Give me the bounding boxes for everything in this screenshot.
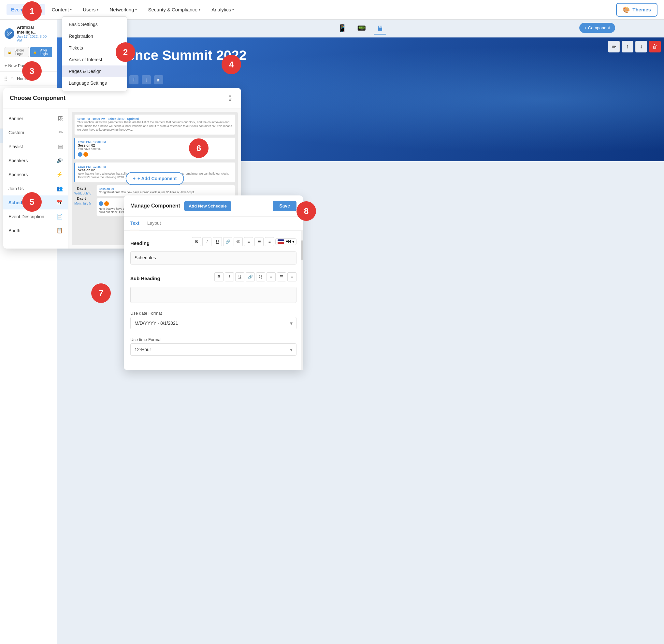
banner-toolbar: ✏ ↑ ↓ 🗑 — [608, 41, 661, 53]
sidebar-logo: 🕊 Artificial Intellige... Jan 17, 2022, … — [4, 25, 52, 44]
avatar-dot-1 — [78, 152, 82, 157]
sponsors-list-icon: ⚡ — [56, 171, 63, 178]
align-right-subheading[interactable]: ≡ — [287, 272, 296, 282]
heading-label: Heading — [130, 241, 149, 246]
themes-button[interactable]: 🎨 Themes — [616, 3, 658, 17]
delete-banner-button[interactable]: 🗑 — [649, 41, 661, 53]
before-login-button[interactable]: 🔒 Before Login — [4, 47, 29, 57]
save-component-button[interactable]: Save — [273, 201, 296, 211]
day5-date: Mon, July 5 — [74, 202, 91, 205]
join-us-list-icon: 👥 — [56, 185, 63, 191]
avatar-dot-4 — [104, 201, 109, 206]
underline-button-subheading[interactable]: U — [235, 272, 244, 282]
badge-8: 8 — [296, 201, 316, 221]
component-event-description[interactable]: Event Description 📄 — [3, 209, 68, 224]
manage-component-header: Manage Component Add New Schedule Save — [124, 195, 303, 216]
avatar-dot-2 — [83, 152, 88, 157]
desktop-device-icon[interactable]: 🖥 — [374, 23, 386, 35]
component-list: Banner 🖼 Custom ✏ Playlist ▤ Speakers 🔊 … — [3, 108, 68, 249]
scrollbar-thumb[interactable] — [301, 241, 303, 260]
align-center-subheading[interactable]: ☰ — [277, 272, 286, 282]
nav-content[interactable]: Content ▾ — [47, 4, 77, 15]
edit-banner-button[interactable]: ✏ — [608, 41, 620, 53]
banner-list-icon: 🖼 — [58, 116, 63, 122]
scrollbar[interactable] — [301, 231, 303, 370]
tab-text[interactable]: Text — [130, 216, 140, 230]
add-new-schedule-button[interactable]: Add New Schedule — [184, 201, 231, 211]
facebook-social-icon[interactable]: f — [129, 75, 139, 84]
mobile-device-icon[interactable]: 📱 — [335, 23, 349, 35]
component-playlist[interactable]: Playlist ▤ — [3, 140, 68, 153]
preview-time-1: 10:00 PM - 10:00 PM Schedule ID - Update… — [77, 117, 232, 121]
preview-desc-2: You have here to... — [78, 147, 232, 151]
nav-networking[interactable]: Networking ▾ — [105, 4, 141, 15]
users-arrow: ▾ — [97, 8, 98, 12]
tab-layout[interactable]: Layout — [147, 216, 161, 230]
preview-session09-desc: Congratulations! You now have a basic cl… — [99, 191, 233, 194]
lock-icon: 🔒 — [7, 50, 12, 54]
lang-label: EN — [285, 240, 291, 244]
linkedin-social-icon[interactable]: in — [154, 75, 163, 84]
content-arrow: ▾ — [70, 8, 72, 12]
dropdown-basic-settings[interactable]: Basic Settings — [62, 19, 127, 30]
align-center-heading[interactable]: ☰ — [254, 237, 264, 246]
lang-arrow-icon: ▾ — [292, 240, 294, 244]
close-panel-button[interactable]: ⟫ — [226, 93, 234, 103]
component-sponsors[interactable]: Sponsors ⚡ — [3, 167, 68, 182]
preview-session09-title: Session 09 — [99, 187, 233, 191]
align-right-heading[interactable]: ≡ — [265, 237, 274, 246]
badge-6: 6 — [189, 139, 209, 158]
bold-button-subheading[interactable]: B — [214, 272, 224, 282]
dropdown-language-settings[interactable]: Language Settings — [62, 77, 127, 89]
unlink-button-heading[interactable]: ⛓ — [234, 237, 243, 246]
device-switcher: 📱 📟 🖥 — [335, 23, 386, 35]
link-button-subheading[interactable]: 🔗 — [246, 272, 255, 282]
underline-button-heading[interactable]: U — [213, 237, 222, 246]
link-button-heading[interactable]: 🔗 — [223, 237, 232, 246]
add-component-button[interactable]: + Component — [579, 23, 615, 33]
avatar-dot-3 — [99, 201, 103, 206]
playlist-list-icon: ▤ — [58, 143, 63, 149]
component-banner[interactable]: Banner 🖼 — [3, 112, 68, 125]
nav-users[interactable]: Users ▾ — [78, 4, 103, 15]
sidebar-header: 🕊 Artificial Intellige... Jan 17, 2022, … — [0, 20, 57, 60]
preview-avatars-2 — [78, 152, 232, 157]
component-booth[interactable]: Booth 📋 — [3, 224, 68, 237]
component-custom[interactable]: Custom ✏ — [3, 125, 68, 140]
italic-button-subheading[interactable]: I — [225, 272, 234, 282]
day2-label: Day 2 — [74, 185, 91, 191]
move-up-button[interactable]: ↑ — [622, 41, 634, 53]
manage-component-title: Manage Component — [130, 203, 180, 209]
component-speakers[interactable]: Speakers 🔊 — [3, 153, 68, 167]
day2-date: Wed, July 6 — [74, 191, 91, 195]
bold-button-heading[interactable]: B — [192, 237, 201, 246]
tablet-device-icon[interactable]: 📟 — [354, 23, 369, 35]
nav-analytics[interactable]: Analytics ▾ — [207, 4, 238, 15]
manage-component-panel: Manage Component Add New Schedule Save T… — [124, 195, 303, 370]
subheading-text-toolbar: B I U 🔗 ⛓ ≡ ☰ ≡ — [214, 272, 296, 282]
subheading-text-input[interactable] — [130, 287, 296, 303]
nav-security[interactable]: Security & Compliance ▾ — [143, 4, 205, 15]
date-format-wrapper: M/D/YYYY - 8/1/2021 ▾ — [130, 317, 296, 329]
palette-icon: 🎨 — [623, 6, 630, 13]
dropdown-pages-design[interactable]: Pages & Design — [62, 65, 127, 77]
align-left-heading[interactable]: ≡ — [244, 237, 253, 246]
choose-component-title: Choose Component — [10, 95, 65, 102]
time-format-select[interactable]: 12-Hour — [130, 343, 296, 356]
bird-icon: 🕊 — [7, 30, 12, 37]
badge-7: 7 — [91, 284, 111, 303]
heading-text-input[interactable]: Schedules — [130, 251, 296, 265]
italic-button-heading[interactable]: I — [202, 237, 211, 246]
preview-time-3: 12:26 PM - 12:35 PM — [78, 165, 232, 168]
manage-body: Heading B I U 🔗 ⛓ ≡ ☰ ≡ EN ▾ — [124, 231, 303, 370]
language-selector[interactable]: EN ▾ — [275, 238, 296, 245]
add-component-overlay-button[interactable]: + + Add Component — [126, 172, 184, 185]
custom-list-icon: ✏ — [59, 129, 63, 136]
unlink-button-subheading[interactable]: ⛓ — [256, 272, 265, 282]
dropdown-registration[interactable]: Registration — [62, 30, 127, 42]
twitter-social-icon[interactable]: t — [142, 75, 151, 84]
move-down-button[interactable]: ↓ — [635, 41, 647, 53]
date-format-select[interactable]: M/D/YYYY - 8/1/2021 — [130, 317, 296, 329]
align-left-subheading[interactable]: ≡ — [267, 272, 276, 282]
after-login-button[interactable]: 🔓 After Login — [30, 47, 52, 57]
